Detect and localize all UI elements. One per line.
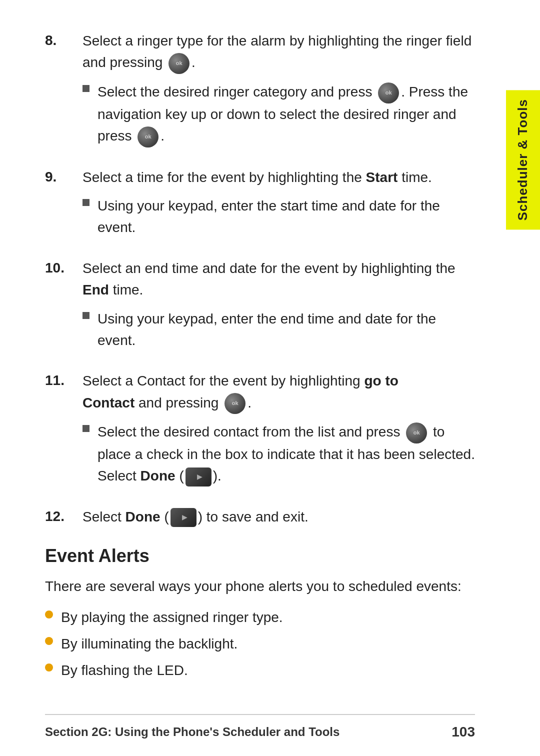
event-alert-item-1-text: By playing the assigned ringer type. (61, 606, 475, 628)
ok-button-icon (406, 422, 427, 444)
step-11: 11. Select a Contact for the event by hi… (45, 370, 475, 492)
step-10-text: Select an end time and date for the even… (82, 260, 456, 298)
step-12-content: Select Done () to save and exit. (82, 506, 475, 528)
done-button-icon (186, 468, 212, 486)
circle-bullet-icon (45, 664, 53, 672)
step-9-text: Select a time for the event by highlight… (82, 170, 432, 185)
step-8-sublist: Select the desired ringer category and p… (82, 81, 475, 148)
step-12: 12. Select Done () to save and exit. (45, 506, 475, 528)
event-alerts-list: By playing the assigned ringer type. By … (45, 606, 475, 682)
step-9-number: 9. (45, 166, 82, 244)
circle-bullet-icon (45, 637, 53, 645)
step-11-number: 11. (45, 370, 82, 492)
steps-list: 8. Select a ringer type for the alarm by… (45, 30, 475, 528)
step-8: 8. Select a ringer type for the alarm by… (45, 30, 475, 152)
ok-button-icon (138, 126, 158, 148)
square-bullet-icon (82, 425, 90, 432)
step-10-content: Select an end time and date for the even… (82, 258, 475, 356)
done-button-icon (170, 508, 196, 527)
step-8-text: Select a ringer type for the alarm by hi… (82, 33, 472, 70)
step-9: 9. Select a time for the event by highli… (45, 166, 475, 244)
circle-bullet-icon (45, 610, 53, 618)
square-bullet-icon (82, 85, 90, 92)
square-bullet-icon (82, 312, 90, 319)
step-8-content: Select a ringer type for the alarm by hi… (82, 30, 475, 152)
event-alert-item-3: By flashing the LED. (45, 660, 475, 681)
ok-button-icon (168, 53, 190, 74)
step-9-sub-1-text: Using your keypad, enter the start time … (98, 195, 475, 238)
step-8-number: 8. (45, 30, 82, 152)
footer-section-label: Section 2G: Using the Phone's Scheduler … (45, 725, 340, 739)
step-11-sub-1: Select the desired contact from the list… (82, 421, 475, 486)
step-10-sub-1-text: Using your keypad, enter the end time an… (98, 308, 475, 352)
event-alerts-heading: Event Alerts (45, 546, 475, 566)
step-9-sublist: Using your keypad, enter the start time … (82, 195, 475, 238)
event-alerts-intro: There are several ways your phone alerts… (45, 576, 475, 597)
step-11-sub-1-text: Select the desired contact from the list… (98, 421, 475, 486)
page-footer: Section 2G: Using the Phone's Scheduler … (45, 714, 475, 740)
step-8-sub-1: Select the desired ringer category and p… (82, 81, 475, 148)
ok-button-icon (378, 82, 399, 104)
step-11-text: Select a Contact for the event by highli… (82, 373, 398, 410)
step-9-sub-1: Using your keypad, enter the start time … (82, 195, 475, 238)
footer-page-number: 103 (452, 724, 475, 740)
step-10-sub-1: Using your keypad, enter the end time an… (82, 308, 475, 352)
step-9-content: Select a time for the event by highlight… (82, 166, 475, 244)
step-12-text: Select Done () to save and exit. (82, 509, 308, 524)
side-tab-label: Scheduler & Tools (514, 99, 532, 220)
event-alert-item-2: By illuminating the backlight. (45, 633, 475, 654)
event-alert-item-3-text: By flashing the LED. (61, 660, 475, 681)
ok-button-icon (224, 393, 246, 414)
step-10: 10. Select an end time and date for the … (45, 258, 475, 356)
step-11-sublist: Select the desired contact from the list… (82, 421, 475, 486)
event-alert-item-1: By playing the assigned ringer type. (45, 606, 475, 628)
step-10-sublist: Using your keypad, enter the end time an… (82, 308, 475, 352)
side-tab: Scheduler & Tools (506, 90, 540, 230)
step-11-content: Select a Contact for the event by highli… (82, 370, 475, 492)
page-content: 8. Select a ringer type for the alarm by… (45, 30, 475, 716)
event-alert-item-2-text: By illuminating the backlight. (61, 633, 475, 654)
square-bullet-icon (82, 199, 90, 206)
step-10-number: 10. (45, 258, 82, 356)
step-12-number: 12. (45, 506, 82, 528)
step-8-sub-1-text: Select the desired ringer category and p… (98, 81, 475, 148)
